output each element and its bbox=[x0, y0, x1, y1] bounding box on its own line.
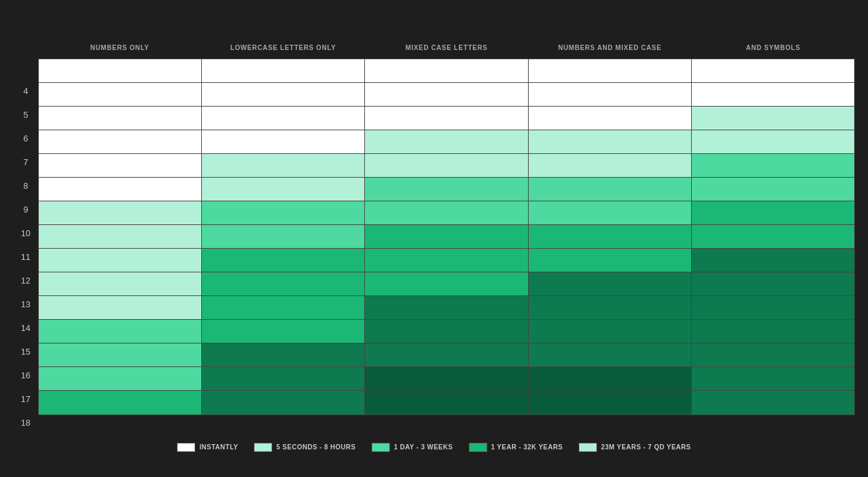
col-header-3: NUMBERS AND MIXED CASE bbox=[528, 38, 691, 59]
y-label-17: 17 bbox=[13, 388, 38, 411]
y-axis: 456789101112131415161718 bbox=[13, 38, 38, 435]
cell-r4-c0 bbox=[39, 59, 202, 82]
cell-r5-c4 bbox=[692, 83, 854, 106]
y-label-15: 15 bbox=[13, 340, 38, 364]
cell-r10-c0 bbox=[39, 201, 202, 224]
legend-swatch-2 bbox=[372, 443, 390, 452]
cell-r6-c0 bbox=[39, 107, 202, 130]
cell-r13-c3 bbox=[529, 272, 692, 295]
y-label-4: 4 bbox=[13, 80, 38, 103]
legend-label-2: 1 DAY - 3 WEEKS bbox=[394, 443, 453, 451]
cell-r7-c1 bbox=[202, 130, 365, 153]
cell-r16-c0 bbox=[39, 343, 202, 366]
cell-r4-c1 bbox=[202, 59, 365, 82]
cell-r9-c0 bbox=[39, 178, 202, 201]
cell-r17-c1 bbox=[202, 367, 365, 390]
cell-r5-c1 bbox=[202, 83, 365, 106]
cell-r14-c1 bbox=[202, 296, 365, 319]
cell-r15-c4 bbox=[692, 320, 854, 343]
grid-row-16 bbox=[39, 343, 854, 367]
grid-row-14 bbox=[39, 296, 854, 320]
y-label-10: 10 bbox=[13, 222, 38, 245]
cell-r7-c2 bbox=[365, 130, 528, 153]
cell-r9-c1 bbox=[202, 178, 365, 201]
grid-row-10 bbox=[39, 201, 854, 225]
cell-r6-c3 bbox=[529, 107, 692, 130]
cell-r17-c0 bbox=[39, 367, 202, 390]
cell-r14-c0 bbox=[39, 296, 202, 319]
cell-r10-c3 bbox=[529, 201, 692, 224]
cell-r18-c0 bbox=[39, 391, 202, 414]
cell-r13-c0 bbox=[39, 272, 202, 295]
y-label-14: 14 bbox=[13, 316, 38, 340]
grid-row-11 bbox=[39, 225, 854, 249]
cell-r4-c2 bbox=[365, 59, 528, 82]
cell-r4-c4 bbox=[692, 59, 854, 82]
cell-r14-c2 bbox=[365, 296, 528, 319]
legend-item-2: 1 DAY - 3 WEEKS bbox=[372, 443, 453, 452]
cell-r13-c4 bbox=[692, 272, 854, 295]
cell-r16-c3 bbox=[529, 343, 692, 366]
cell-r14-c3 bbox=[529, 296, 692, 319]
col-header-1: LOWERCASE LETTERS ONLY bbox=[201, 38, 364, 59]
grid-row-18 bbox=[39, 391, 854, 414]
cell-r8-c1 bbox=[202, 154, 365, 177]
cell-r11-c0 bbox=[39, 225, 202, 248]
chart-area: 456789101112131415161718 NUMBERS ONLYLOW… bbox=[13, 38, 855, 435]
y-label-5: 5 bbox=[13, 103, 38, 127]
grid-row-15 bbox=[39, 320, 854, 343]
cell-r8-c4 bbox=[692, 154, 854, 177]
cell-r6-c1 bbox=[202, 107, 365, 130]
legend-item-0: INSTANTLY bbox=[177, 443, 238, 452]
cell-r7-c4 bbox=[692, 130, 854, 153]
legend-swatch-0 bbox=[177, 443, 195, 452]
legend-label-1: 5 SECONDS - 8 HOURS bbox=[276, 443, 356, 451]
cell-r7-c0 bbox=[39, 130, 202, 153]
cell-r13-c1 bbox=[202, 272, 365, 295]
cell-r14-c4 bbox=[692, 296, 854, 319]
cell-r9-c3 bbox=[529, 178, 692, 201]
cell-r8-c0 bbox=[39, 154, 202, 177]
y-label-9: 9 bbox=[13, 198, 38, 222]
column-headers: NUMBERS ONLYLOWERCASE LETTERS ONLYMIXED … bbox=[38, 38, 855, 59]
legend-item-1: 5 SECONDS - 8 HOURS bbox=[254, 443, 356, 452]
cell-r8-c2 bbox=[365, 154, 528, 177]
cell-r5-c0 bbox=[39, 83, 202, 106]
cell-r10-c2 bbox=[365, 201, 528, 224]
legend-label-4: 23M YEARS - 7 QD YEARS bbox=[601, 443, 691, 451]
legend-swatch-4 bbox=[579, 443, 597, 452]
grid-area: NUMBERS ONLYLOWERCASE LETTERS ONLYMIXED … bbox=[38, 38, 855, 435]
cell-r10-c4 bbox=[692, 201, 854, 224]
cell-r12-c2 bbox=[365, 249, 528, 272]
y-label-16: 16 bbox=[13, 364, 38, 388]
cell-r8-c3 bbox=[529, 154, 692, 177]
cell-r9-c2 bbox=[365, 178, 528, 201]
y-label-18: 18 bbox=[13, 411, 38, 435]
cell-r10-c1 bbox=[202, 201, 365, 224]
legend-label-3: 1 YEAR - 32K YEARS bbox=[491, 443, 563, 451]
cell-r15-c3 bbox=[529, 320, 692, 343]
cell-r16-c4 bbox=[692, 343, 854, 366]
grid-row-7 bbox=[39, 130, 854, 154]
y-label-11: 11 bbox=[13, 245, 38, 269]
grid-row-13 bbox=[39, 272, 854, 296]
cell-r6-c2 bbox=[365, 107, 528, 130]
col-header-4: AND SYMBOLS bbox=[692, 38, 855, 59]
cell-r15-c0 bbox=[39, 320, 202, 343]
cell-r18-c3 bbox=[529, 391, 692, 414]
y-label-6: 6 bbox=[13, 127, 38, 151]
cell-r11-c1 bbox=[202, 225, 365, 248]
cell-r12-c1 bbox=[202, 249, 365, 272]
cell-r11-c3 bbox=[529, 225, 692, 248]
col-header-2: MIXED CASE LETTERS bbox=[365, 38, 528, 59]
cell-r16-c1 bbox=[202, 343, 365, 366]
grid-row-4 bbox=[39, 59, 854, 83]
cell-r9-c4 bbox=[692, 178, 854, 201]
grid-row-5 bbox=[39, 83, 854, 107]
grid-row-12 bbox=[39, 249, 854, 272]
grid-row-17 bbox=[39, 367, 854, 391]
cell-r7-c3 bbox=[529, 130, 692, 153]
cell-r5-c2 bbox=[365, 83, 528, 106]
cell-r4-c3 bbox=[529, 59, 692, 82]
cell-r13-c2 bbox=[365, 272, 528, 295]
